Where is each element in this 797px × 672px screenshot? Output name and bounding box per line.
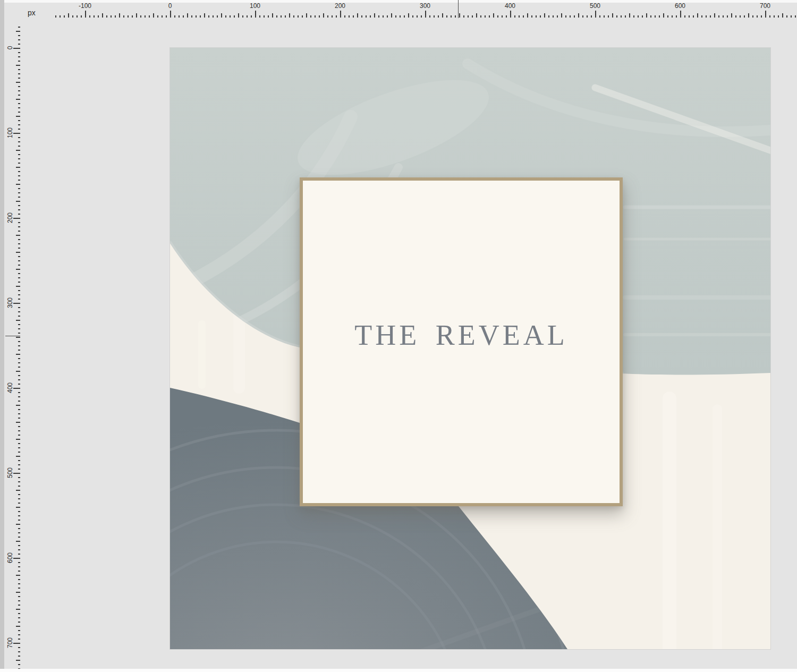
ruler-tick: [18, 571, 20, 572]
ruler-tick: [18, 426, 20, 427]
ruler-label: 300: [420, 2, 430, 10]
ruler-tick: [570, 15, 571, 18]
ruler-tick: [170, 11, 171, 18]
ruler-tick: [791, 15, 792, 18]
ruler-tick: [102, 13, 103, 18]
ruler-tick: [18, 205, 20, 206]
ruler-label: -100: [79, 2, 91, 10]
ruler-tick: [13, 133, 20, 134]
ruler-tick: [374, 13, 375, 18]
ruler-label: 100: [6, 127, 14, 138]
ruler-tick: [506, 15, 507, 18]
ruler-tick: [13, 388, 20, 389]
horizontal-ruler[interactable]: -1000100200300400500600700: [0, 0, 797, 19]
design-canvas[interactable]: THE REVEAL: [170, 48, 770, 649]
window-bottom-edge: [0, 669, 797, 672]
ruler-label: 500: [6, 467, 14, 478]
ruler-tick: [72, 15, 73, 18]
ruler-tick: [387, 15, 388, 18]
ruler-tick: [221, 13, 222, 18]
ruler-tick: [795, 15, 796, 18]
ruler-tick: [731, 13, 732, 18]
ruler-tick: [18, 141, 20, 142]
ruler-tick: [553, 15, 554, 18]
ruler-tick: [18, 316, 20, 317]
ruler-tick: [378, 15, 379, 18]
ruler-tick: [13, 48, 20, 49]
ruler-tick: [18, 39, 20, 40]
ruler-tick: [604, 15, 605, 18]
ruler-tick: [629, 13, 630, 18]
ruler-tick: [18, 112, 20, 113]
ruler-tick: [18, 375, 20, 376]
ruler-tick: [13, 558, 20, 559]
ruler-tick: [18, 180, 20, 181]
ruler-tick: [18, 158, 20, 159]
ruler-tick: [276, 15, 277, 18]
ruler-tick: [149, 15, 150, 18]
ruler-tick: [162, 15, 163, 18]
ruler-tick: [540, 15, 541, 18]
ruler-tick: [332, 15, 333, 18]
ruler-tick: [18, 460, 20, 461]
ruler-tick: [18, 358, 20, 359]
ruler-tick: [18, 413, 20, 414]
ruler-tick: [16, 422, 20, 423]
ruler-tick: [18, 73, 20, 74]
ruler-tick: [187, 13, 188, 18]
ruler-tick: [544, 13, 545, 18]
ruler-tick: [18, 277, 20, 278]
ruler-tick: [710, 15, 711, 18]
ruler-tick: [646, 13, 647, 18]
ruler-tick: [18, 362, 20, 363]
ruler-tick: [18, 503, 20, 504]
ruler-tick: [706, 15, 707, 18]
ruler-tick: [689, 15, 690, 18]
ruler-label: 0: [168, 2, 172, 10]
ruler-tick: [196, 15, 197, 18]
ruler-label: 600: [6, 552, 14, 563]
ruler-unit-label: px: [28, 8, 36, 17]
ruler-tick: [16, 65, 20, 66]
ruler-tick: [523, 15, 524, 18]
ruler-tick: [16, 82, 20, 83]
ruler-tick: [557, 15, 558, 18]
ruler-tick: [153, 13, 154, 18]
ruler-tick: [18, 188, 20, 189]
ruler-tick: [429, 15, 430, 18]
ruler-tick: [272, 13, 273, 18]
ruler-tick: [693, 15, 694, 18]
ruler-tick: [18, 231, 20, 232]
ruler-tick: [18, 86, 20, 87]
ruler-tick: [179, 15, 180, 18]
ruler-label: 300: [6, 297, 14, 308]
ruler-tick: [782, 13, 783, 18]
reveal-card[interactable]: THE REVEAL: [300, 177, 623, 506]
ruler-tick: [18, 146, 20, 147]
ruler-tick: [472, 15, 473, 18]
ruler-tick: [285, 15, 286, 18]
ruler-tick: [672, 15, 673, 18]
ruler-tick: [18, 154, 20, 155]
ruler-tick: [18, 341, 20, 342]
ruler-tick: [13, 643, 20, 644]
vertical-ruler[interactable]: 0100200300400500600700: [0, 0, 21, 672]
ruler-tick: [18, 588, 20, 589]
ruler-tick: [18, 90, 20, 91]
ruler-tick: [667, 15, 668, 18]
ruler-tick: [115, 15, 116, 18]
ruler-tick: [761, 15, 762, 18]
ruler-tick: [18, 511, 20, 512]
ruler-cursor-y-indicator: [5, 336, 20, 336]
ruler-tick: [18, 528, 20, 529]
ruler-tick: [468, 15, 469, 18]
ruler-tick: [18, 248, 20, 249]
ruler-tick: [13, 473, 20, 474]
ruler-tick: [18, 307, 20, 308]
ruler-tick: [18, 299, 20, 300]
ruler-tick: [281, 15, 282, 18]
ruler-tick: [18, 554, 20, 555]
ruler-tick: [157, 15, 158, 18]
ruler-tick: [18, 226, 20, 227]
ruler-cursor-x-indicator: [458, 0, 459, 18]
